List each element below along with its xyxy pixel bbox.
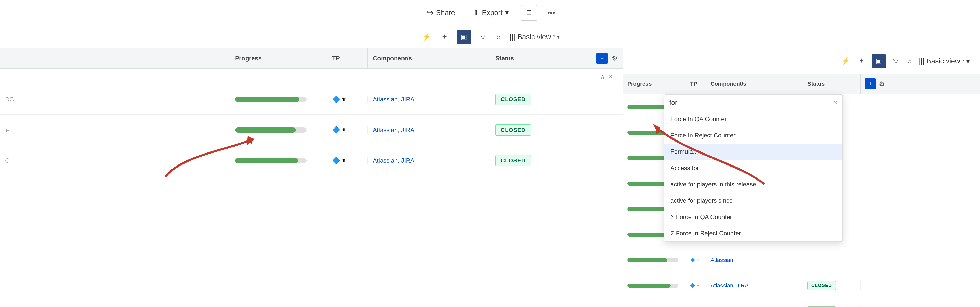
- more-button[interactable]: •••: [543, 6, 559, 20]
- tp-cell: 🔷 ⇈: [327, 157, 368, 165]
- right-tp-header: TP: [687, 74, 708, 94]
- export-icon: ⬆: [473, 8, 479, 17]
- right-component-header: Component/s: [708, 74, 804, 94]
- share-button[interactable]: ↪ Share: [421, 5, 461, 20]
- search-icon: ⌕: [496, 33, 501, 41]
- right-search-button[interactable]: ⌕: [905, 55, 914, 67]
- close-icon: ×: [834, 99, 837, 106]
- view-asterisk: *: [553, 34, 555, 40]
- dropdown-search-row: ×: [664, 95, 842, 111]
- right-view-name-label: Basic view: [926, 57, 960, 65]
- star-button[interactable]: ✦: [440, 31, 449, 43]
- main-area: Progress TP Component/s Status + ⚙ ∧ ×: [0, 49, 980, 307]
- bars-icon: |||: [510, 33, 515, 41]
- square-button[interactable]: ☐: [521, 5, 537, 21]
- right-col-buttons: + ⚙: [861, 78, 889, 90]
- right-add-column-button[interactable]: +: [865, 78, 876, 90]
- row-name-cell: )-: [0, 127, 230, 134]
- r-arrows-icon: ≡: [697, 283, 699, 288]
- filter-button[interactable]: ▽: [478, 31, 487, 43]
- close-sort-button[interactable]: ×: [609, 73, 612, 80]
- search-button[interactable]: ⌕: [495, 31, 503, 43]
- layers-button[interactable]: ▣: [457, 30, 471, 44]
- right-table-row: 🔷≡ Atlassian: [623, 247, 980, 273]
- progress-column-header: Progress: [230, 49, 327, 68]
- column-settings-button[interactable]: ⚙: [612, 55, 617, 62]
- lightning-button[interactable]: ⚡: [420, 31, 433, 43]
- right-view-selector[interactable]: ||| Basic view* ▾: [919, 57, 970, 65]
- status-badge: CLOSED: [495, 155, 531, 166]
- right-status-header: Status: [804, 74, 861, 94]
- right-component-link[interactable]: Atlassian, JIRA: [711, 282, 749, 289]
- dropdown-item[interactable]: Force In QA Counter: [664, 111, 842, 127]
- left-panel: Progress TP Component/s Status + ⚙ ∧ ×: [0, 49, 623, 307]
- row-label: C: [5, 157, 10, 164]
- r-arrows-icon: ≡: [697, 258, 699, 263]
- atlassian-icon: 🔷: [332, 126, 340, 134]
- add-column-button[interactable]: +: [597, 53, 608, 64]
- right-status-badge: CLOSED: [808, 281, 836, 290]
- right-top-toolbar: ⚡ ✦ ▣ ▽ ⌕ ||| Basic view* ▾: [623, 49, 980, 74]
- table-row: C 🔷 ⇈ Atlassian, JIRA CLOSED: [0, 146, 623, 176]
- arrows-icon: ⇈: [342, 97, 345, 102]
- right-view-asterisk: *: [962, 58, 964, 64]
- star-icon: ✦: [442, 33, 447, 41]
- progress-bar-fill: [235, 158, 298, 163]
- right-column-headers: Progress TP Component/s Status + ⚙: [623, 74, 980, 94]
- dropdown-item[interactable]: Formula...: [664, 144, 842, 160]
- table-row: DC 🔷 ⇈ Atlassian, JIRA CLOSED: [0, 84, 623, 115]
- right-component-link[interactable]: Atlassian: [711, 257, 733, 263]
- arrows-icon: ⇈: [342, 158, 345, 163]
- view-chevron-icon: ▾: [557, 34, 560, 40]
- progress-cell: [230, 158, 327, 163]
- component-cell: Atlassian, JIRA: [368, 96, 490, 103]
- table-body: DC 🔷 ⇈ Atlassian, JIRA CLOSED: [0, 84, 623, 307]
- component-cell: Atlassian, JIRA: [368, 157, 490, 164]
- atlassian-icon: 🔷: [332, 157, 340, 165]
- right-star-button[interactable]: ✦: [857, 55, 866, 67]
- component-column-header: Component/s: [368, 49, 490, 68]
- dropdown-item[interactable]: Access for: [664, 160, 842, 176]
- close-icon: ×: [609, 73, 612, 80]
- export-button[interactable]: ⬆ Export ▾: [467, 5, 515, 20]
- dropdown-item[interactable]: Σ Force In Reject Counter: [664, 225, 842, 242]
- component-cell: Atlassian, JIRA: [368, 127, 490, 134]
- right-lightning-button[interactable]: ⚡: [839, 55, 852, 67]
- right-layers-icon: ▣: [876, 57, 882, 65]
- tp-cell: 🔷 ⇈: [327, 95, 368, 103]
- dropdown-item[interactable]: Σ Force In QA Counter: [664, 209, 842, 225]
- progress-cell: [230, 97, 327, 102]
- lightning-icon: ⚡: [422, 33, 431, 41]
- status-badge: CLOSED: [495, 124, 531, 136]
- progress-cell: [230, 128, 327, 133]
- right-panel: ⚡ ✦ ▣ ▽ ⌕ ||| Basic view* ▾ Progress T: [623, 49, 980, 307]
- square-icon: ☐: [526, 9, 532, 16]
- dropdown-item[interactable]: Force In Reject Counter: [664, 127, 842, 144]
- right-filter-button[interactable]: ▽: [891, 55, 900, 67]
- top-toolbar: ↪ Share ⬆ Export ▾ ☐ •••: [0, 0, 980, 25]
- arrows-icon: ⇈: [342, 128, 345, 132]
- right-star-icon: ✦: [859, 57, 864, 65]
- column-search-dropdown: × Force In QA CounterForce In Reject Cou…: [664, 94, 843, 242]
- right-plus-icon: +: [869, 81, 872, 87]
- table-row: )- 🔷 ⇈ Atlassian, JIRA CLOSED: [0, 115, 623, 146]
- component-link[interactable]: Atlassian, JIRA: [373, 127, 414, 134]
- column-actions: + ⚙: [591, 53, 623, 64]
- export-label: Export: [482, 9, 503, 17]
- component-link[interactable]: Atlassian, JIRA: [373, 157, 414, 164]
- progress-bar-bg: [235, 97, 307, 102]
- view-selector[interactable]: ||| Basic view* ▾: [510, 33, 560, 41]
- right-layers-button[interactable]: ▣: [872, 54, 886, 68]
- status-cell: CLOSED: [490, 155, 582, 166]
- component-link[interactable]: Atlassian, JIRA: [373, 96, 414, 103]
- dropdown-item[interactable]: active for players since: [664, 193, 842, 209]
- progress-bar-bg: [235, 158, 307, 163]
- dropdown-search-input[interactable]: [670, 99, 831, 107]
- sort-asc-button[interactable]: ∧: [600, 73, 605, 80]
- right-column-settings-button[interactable]: ⚙: [879, 78, 885, 90]
- more-icon: •••: [547, 9, 555, 17]
- r-atlassian-icon: 🔷: [690, 283, 695, 288]
- plus-icon: +: [600, 55, 604, 62]
- dropdown-item[interactable]: active for players in this release: [664, 176, 842, 193]
- dropdown-clear-button[interactable]: ×: [834, 99, 837, 106]
